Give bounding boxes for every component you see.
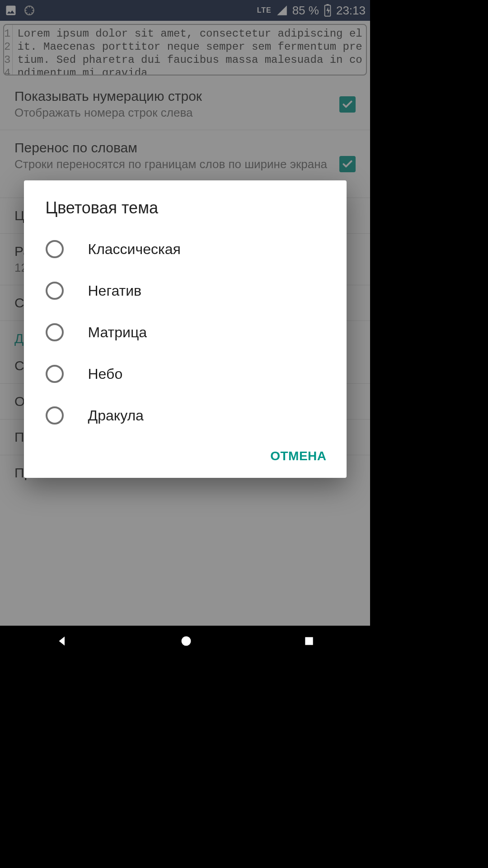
option-label: Дракула <box>88 407 144 424</box>
radio-unchecked-icon <box>46 365 64 383</box>
option-label: Небо <box>88 366 123 382</box>
theme-option-dracula[interactable]: Дракула <box>24 395 347 436</box>
theme-option-classic[interactable]: Классическая <box>24 228 347 270</box>
svg-rect-4 <box>305 637 313 645</box>
radio-unchecked-icon <box>46 240 64 258</box>
color-theme-dialog: Цветовая тема Классическая Негатив Матри… <box>24 180 347 478</box>
theme-option-matrix[interactable]: Матрица <box>24 311 347 353</box>
theme-option-negative[interactable]: Негатив <box>24 270 347 311</box>
nav-home-icon[interactable] <box>180 635 192 649</box>
option-label: Негатив <box>88 283 142 299</box>
svg-point-3 <box>181 637 191 646</box>
theme-option-sky[interactable]: Небо <box>24 353 347 395</box>
radio-unchecked-icon <box>46 406 64 425</box>
option-label: Матрица <box>88 324 147 341</box>
cancel-button[interactable]: ОТМЕНА <box>270 449 326 463</box>
nav-recent-icon[interactable] <box>303 635 315 649</box>
nav-bar <box>0 626 370 658</box>
nav-back-icon[interactable] <box>56 634 69 650</box>
option-label: Классическая <box>88 241 181 258</box>
radio-unchecked-icon <box>46 282 64 300</box>
radio-unchecked-icon <box>46 323 64 341</box>
dialog-title: Цветовая тема <box>24 180 347 228</box>
